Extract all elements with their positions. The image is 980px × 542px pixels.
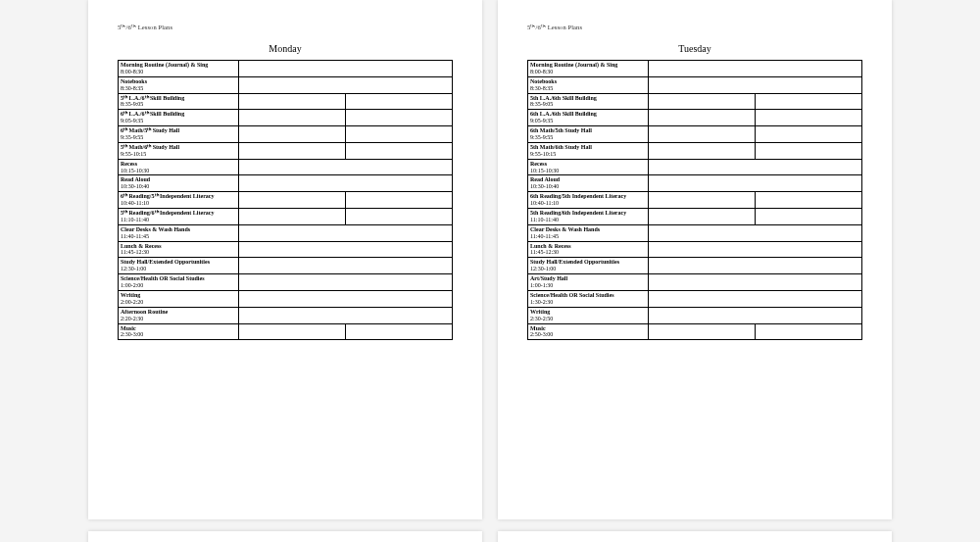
period-label: Art/Study Hall1:00-1:30	[528, 274, 649, 291]
table-row: Writing2:00-2:20	[119, 290, 453, 307]
plan-cell	[649, 274, 862, 291]
period-label: 5th Reading/6th Independent Literacy11:1…	[528, 209, 649, 225]
plan-cell	[756, 142, 862, 159]
table-row: Music2:50-3:00	[528, 323, 862, 340]
table-row: 6th L.A./6th Skill Building9:05-9:35	[528, 110, 862, 126]
period-label: 6ᵗʰ L.A./6ᵗʰ Skill Building9:05-9:35	[119, 110, 239, 126]
period-label: 5th L.A./6th Skill Building8:35-9:05	[528, 93, 649, 110]
plan-cell	[649, 224, 862, 241]
table-row: Recess10:15-10:30	[528, 159, 862, 175]
plan-cell	[756, 192, 862, 209]
table-row: Science/Health OR Social Studies1:00-2:0…	[119, 274, 453, 291]
plan-cell	[649, 209, 756, 225]
table-row: 6ᵗʰ Reading/5ᵗʰ Independent Literacy10:4…	[119, 192, 453, 209]
plan-cell	[239, 61, 453, 77]
table-row: 5th Math/6th Study Hall9:55-10:15	[528, 142, 862, 159]
plan-cell	[346, 142, 453, 159]
period-label: Notebooks8:30-8:35	[119, 76, 239, 93]
plan-cell	[649, 175, 862, 192]
table-row: 6ᵗʰ Math/5ᵗʰ Study Hall9:35-9:55	[119, 126, 453, 143]
plan-cell	[649, 159, 862, 175]
plan-cell	[239, 126, 346, 143]
period-label: Read Aloud10:30-10:40	[119, 175, 239, 192]
period-label: Science/Health OR Social Studies1:00-2:0…	[119, 274, 239, 291]
document-viewport: 5ᵗʰ/6ᵗʰ Lesson Plans Monday Morning Rout…	[0, 0, 980, 542]
plan-cell	[239, 93, 346, 110]
plan-cell	[239, 241, 453, 258]
table-row: 6ᵗʰ L.A./6ᵗʰ Skill Building9:05-9:35	[119, 110, 453, 126]
plan-cell	[649, 290, 862, 307]
period-label: Recess10:15-10:30	[528, 159, 649, 175]
period-label: Lunch & Recess11:45-12:30	[528, 241, 649, 258]
page-4-preview	[498, 531, 892, 542]
table-row: 5th Reading/6th Independent Literacy11:1…	[528, 209, 862, 225]
plan-cell	[649, 93, 756, 110]
period-label: 5ᵗʰ Math/6ᵗʰ Study Hall9:55-10:15	[119, 142, 239, 159]
plan-cell	[239, 224, 453, 241]
table-row: Read Aloud10:30-10:40	[119, 175, 453, 192]
period-label: Clear Desks & Wash Hands11:40-11:45	[528, 224, 649, 241]
plan-cell	[239, 274, 453, 291]
table-row: Music2:30-3:00	[119, 323, 453, 340]
plan-cell	[649, 241, 862, 258]
period-label: Lunch & Recess11:45-12:30	[119, 241, 239, 258]
pages-row: 5ᵗʰ/6ᵗʰ Lesson Plans Monday Morning Rout…	[0, 0, 980, 519]
plan-cell	[649, 142, 756, 159]
period-label: Study Hall/Extended Opportunities12:30-1…	[119, 258, 239, 274]
plan-cell	[649, 110, 756, 126]
plan-cell	[756, 323, 862, 340]
period-label: 6ᵗʰ Math/5ᵗʰ Study Hall9:35-9:55	[119, 126, 239, 143]
plan-cell	[756, 93, 862, 110]
period-label: Recess10:15-10:30	[119, 159, 239, 175]
plan-cell	[239, 307, 453, 323]
plan-cell	[239, 323, 346, 340]
page-title: Monday	[118, 43, 453, 54]
period-label: Writing2:30-2:50	[528, 307, 649, 323]
period-label: Science/Health OR Social Studies1:30-2:3…	[528, 290, 649, 307]
period-label: Afternoon Routine2:20-2:30	[119, 307, 239, 323]
plan-cell	[649, 307, 862, 323]
period-label: 5th Math/6th Study Hall9:55-10:15	[528, 142, 649, 159]
period-label: Morning Routine (Journal) & Sing8:00-8:3…	[528, 61, 649, 77]
plan-cell	[239, 142, 346, 159]
schedule-table: Morning Routine (Journal) & Sing8:00-8:3…	[527, 60, 862, 340]
page-1: 5ᵗʰ/6ᵗʰ Lesson Plans Monday Morning Rout…	[88, 0, 482, 519]
table-row: Notebooks8:30-8:35	[119, 76, 453, 93]
period-label: Notebooks8:30-8:35	[528, 76, 649, 93]
table-row: Study Hall/Extended Opportunities12:30-1…	[119, 258, 453, 274]
plan-cell	[649, 61, 862, 77]
period-label: 5ᵗʰ Reading/6ᵗʰ Independent Literacy11:1…	[119, 209, 239, 225]
page-2: 5ᵗʰ/6ᵗʰ Lesson Plans Tuesday Morning Rou…	[498, 0, 892, 519]
next-pages-preview	[0, 519, 980, 542]
plan-cell	[239, 209, 346, 225]
period-label: 5ᵗʰ L.A./6ᵗʰ Skill Building8:35-9:05	[119, 93, 239, 110]
table-row: Read Aloud10:30-10:40	[528, 175, 862, 192]
table-row: 5th L.A./6th Skill Building8:35-9:05	[528, 93, 862, 110]
table-row: Study Hall/Extended Opportunities12:30-1…	[528, 258, 862, 274]
period-label: Clear Desks & Wash Hands11:40-11:45	[119, 224, 239, 241]
table-row: Writing2:30-2:50	[528, 307, 862, 323]
table-row: Lunch & Recess11:45-12:30	[119, 241, 453, 258]
page-3-preview	[88, 531, 482, 542]
period-label: 6th Math/5th Study Hall9:35-9:55	[528, 126, 649, 143]
plan-cell	[239, 110, 346, 126]
period-label: Morning Routine (Journal) & Sing8:00-8:3…	[119, 61, 239, 77]
plan-cell	[239, 76, 453, 93]
period-label: 6ᵗʰ Reading/5ᵗʰ Independent Literacy10:4…	[119, 192, 239, 209]
plan-cell	[239, 258, 453, 274]
plan-cell	[649, 323, 756, 340]
period-label: 6th L.A./6th Skill Building9:05-9:35	[528, 110, 649, 126]
plan-cell	[239, 290, 453, 307]
period-label: Study Hall/Extended Opportunities12:30-1…	[528, 258, 649, 274]
period-label: Music2:50-3:00	[528, 323, 649, 340]
table-row: 6th Reading/5th Independent Literacy10:4…	[528, 192, 862, 209]
plan-cell	[756, 126, 862, 143]
plan-cell	[346, 323, 453, 340]
period-label: Music2:30-3:00	[119, 323, 239, 340]
plan-cell	[649, 258, 862, 274]
plan-cell	[346, 93, 453, 110]
plan-cell	[756, 110, 862, 126]
plan-cell	[649, 126, 756, 143]
table-row: Notebooks8:30-8:35	[528, 76, 862, 93]
period-label: Writing2:00-2:20	[119, 290, 239, 307]
